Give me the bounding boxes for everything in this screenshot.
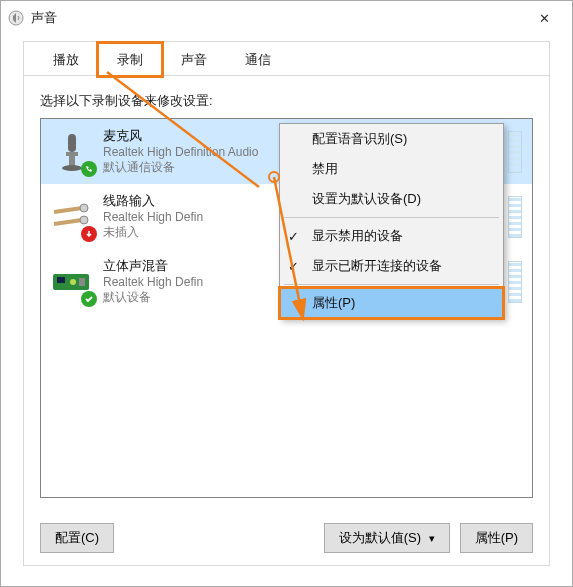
svg-rect-3: [69, 156, 75, 166]
svg-line-5: [54, 208, 82, 212]
linein-icon: [51, 196, 93, 238]
ctx-disable[interactable]: 禁用: [280, 154, 503, 184]
dropdown-arrow-icon: ▾: [429, 532, 435, 544]
check-icon: ✓: [288, 259, 299, 274]
level-meter: [508, 196, 522, 238]
context-menu: 配置语音识别(S) 禁用 设置为默认设备(D) ✓ 显示禁用的设备 ✓ 显示已断…: [279, 123, 504, 319]
ctx-set-default[interactable]: 设置为默认设备(D): [280, 184, 503, 214]
svg-rect-1: [68, 134, 76, 152]
level-meter: [508, 131, 522, 173]
close-button[interactable]: ✕: [522, 2, 566, 34]
ctx-label: 显示禁用的设备: [312, 227, 403, 245]
check-badge-icon: [81, 291, 97, 307]
tab-playback[interactable]: 播放: [34, 43, 98, 76]
svg-point-11: [70, 279, 76, 285]
properties-button[interactable]: 属性(P): [460, 523, 533, 553]
svg-point-6: [80, 204, 88, 212]
microphone-icon: [51, 131, 93, 173]
configure-button[interactable]: 配置(C): [40, 523, 114, 553]
tab-sounds[interactable]: 声音: [162, 43, 226, 76]
level-meter: [508, 261, 522, 303]
app-icon: [7, 9, 25, 27]
instruction-text: 选择以下录制设备来修改设置:: [24, 76, 549, 118]
ctx-properties[interactable]: 属性(P): [280, 288, 503, 318]
tab-recording[interactable]: 录制: [98, 43, 162, 76]
dialog-buttons: 配置(C) 设为默认值(S) ▾ 属性(P): [40, 523, 533, 553]
svg-line-7: [54, 220, 82, 224]
svg-point-8: [80, 216, 88, 224]
titlebar: 声音 ✕: [1, 1, 572, 35]
ctx-separator: [284, 284, 499, 285]
phone-badge-icon: [81, 161, 97, 177]
tab-communications[interactable]: 通信: [226, 43, 290, 76]
tabstrip: 播放 录制 声音 通信: [24, 42, 549, 76]
set-default-button[interactable]: 设为默认值(S) ▾: [324, 523, 450, 553]
dialog-body: 播放 录制 声音 通信 选择以下录制设备来修改设置: 麦克风 Realtek H…: [23, 41, 550, 566]
ctx-label: 显示已断开连接的设备: [312, 257, 442, 275]
check-icon: ✓: [288, 229, 299, 244]
down-arrow-badge-icon: [81, 226, 97, 242]
ctx-separator: [284, 217, 499, 218]
ctx-configure-speech[interactable]: 配置语音识别(S): [280, 124, 503, 154]
soundcard-icon: [51, 261, 93, 303]
window-title: 声音: [31, 9, 522, 27]
device-list[interactable]: 麦克风 Realtek High Definition Audio 默认通信设备…: [40, 118, 533, 498]
svg-rect-2: [66, 152, 78, 156]
svg-point-4: [62, 165, 82, 171]
svg-rect-10: [57, 277, 65, 283]
ctx-show-disconnected[interactable]: ✓ 显示已断开连接的设备: [280, 251, 503, 281]
close-icon: ✕: [539, 11, 550, 26]
svg-rect-12: [79, 278, 85, 286]
btn-label: 设为默认值(S): [339, 530, 421, 545]
sound-dialog: 声音 ✕ 播放 录制 声音 通信 选择以下录制设备来修改设置: 麦克风 Real…: [0, 0, 573, 587]
ctx-show-disabled[interactable]: ✓ 显示禁用的设备: [280, 221, 503, 251]
